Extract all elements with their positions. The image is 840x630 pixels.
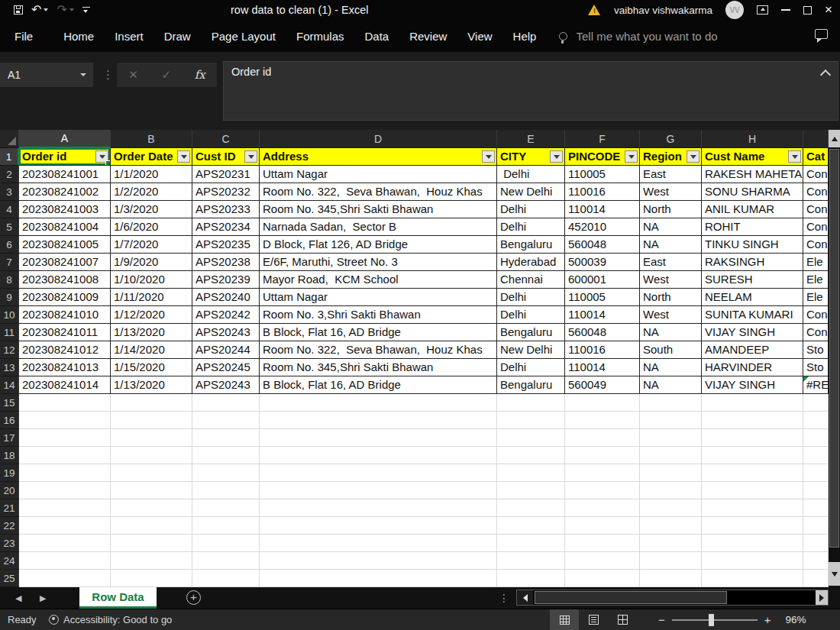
cell-I4[interactable]: Con	[803, 201, 829, 218]
avatar[interactable]: VV	[725, 1, 744, 19]
cell-C11[interactable]: APS20243	[192, 324, 260, 341]
cell-G1[interactable]: Region	[640, 148, 702, 166]
cell-I18[interactable]	[803, 447, 829, 464]
cell-F17[interactable]	[565, 429, 640, 447]
cell-F5[interactable]: 452010	[565, 218, 640, 236]
cell-E4[interactable]: Delhi	[497, 201, 565, 218]
vertical-scrollbar-thumb[interactable]	[829, 149, 839, 548]
cell-D20[interactable]	[260, 482, 497, 499]
cell-G22[interactable]	[640, 517, 702, 535]
cell-I21[interactable]	[803, 499, 829, 517]
cell-D12[interactable]: Room No. 322, Seva Bhawan, Houz Khas	[260, 341, 497, 359]
row-header-11[interactable]: 11	[0, 324, 19, 341]
cell-F6[interactable]: 560048	[565, 236, 640, 254]
column-header-C[interactable]: C	[192, 130, 260, 148]
cell-I15[interactable]	[803, 394, 829, 412]
cell-H9[interactable]: NEELAM	[702, 289, 803, 306]
account-name[interactable]: vaibhav vishwakarma	[614, 5, 712, 16]
zoom-out-button[interactable]: −	[658, 613, 665, 626]
cell-B23[interactable]	[111, 535, 192, 552]
filter-button-B[interactable]	[177, 150, 190, 163]
cell-A23[interactable]	[19, 535, 111, 552]
cell-C19[interactable]	[192, 464, 260, 482]
cell-A9[interactable]: 202308241009	[19, 289, 111, 306]
cell-C12[interactable]: APS20244	[192, 341, 260, 359]
cell-B2[interactable]: 1/1/2020	[111, 166, 192, 183]
filter-button-H[interactable]	[788, 150, 801, 163]
ribbon-tab-view[interactable]: View	[467, 30, 492, 43]
cell-F11[interactable]: 560048	[565, 324, 640, 341]
normal-view-button[interactable]	[550, 609, 579, 630]
cell-H3[interactable]: SONU SHARMA	[702, 183, 803, 201]
tell-me-box[interactable]: Tell me what you want to do	[559, 30, 717, 43]
cell-E14[interactable]: Bengaluru	[497, 376, 565, 394]
cell-B14[interactable]: 1/13/2020	[111, 376, 192, 394]
cell-G18[interactable]	[640, 447, 702, 464]
column-header-A[interactable]: A	[19, 130, 111, 148]
cell-F12[interactable]: 110016	[565, 341, 640, 359]
row-header-25[interactable]: 25	[0, 570, 19, 587]
cell-F2[interactable]: 110005	[565, 166, 640, 183]
cell-A5[interactable]: 202308241004	[19, 218, 111, 236]
cell-D6[interactable]: D Block, Flat 126, AD Bridge	[260, 236, 497, 254]
sheet-tab-row-data[interactable]: Row Data	[79, 587, 157, 609]
cell-B1[interactable]: Order Date	[111, 148, 192, 166]
cell-I16[interactable]	[803, 412, 829, 429]
cell-A24[interactable]	[19, 552, 111, 570]
cell-I14[interactable]: #RE	[803, 376, 829, 394]
cell-G13[interactable]: NA	[640, 359, 702, 376]
cell-B12[interactable]: 1/14/2020	[111, 341, 192, 359]
customize-quick-access-toolbar-icon[interactable]	[82, 7, 90, 14]
cell-I23[interactable]	[803, 535, 829, 552]
cell-E24[interactable]	[497, 552, 565, 570]
cell-B9[interactable]: 1/11/2020	[111, 289, 192, 306]
cell-E15[interactable]	[497, 394, 565, 412]
cell-H25[interactable]	[702, 570, 803, 587]
cell-C15[interactable]	[192, 394, 260, 412]
cell-F18[interactable]	[565, 447, 640, 464]
cell-I2[interactable]: Con	[803, 166, 829, 183]
cell-C10[interactable]: APS20242	[192, 306, 260, 324]
cell-C6[interactable]: APS20235	[192, 236, 260, 254]
cell-D19[interactable]	[260, 464, 497, 482]
cell-D10[interactable]: Room No. 3,Shri Sakti Bhawan	[260, 306, 497, 324]
cell-C14[interactable]: APS20243	[192, 376, 260, 394]
cell-I10[interactable]: Con	[803, 306, 829, 324]
cell-F1[interactable]: PINCODE	[565, 148, 640, 166]
row-header-17[interactable]: 17	[0, 429, 19, 447]
zoom-in-button[interactable]: +	[764, 613, 771, 626]
ribbon-tab-help[interactable]: Help	[513, 30, 537, 43]
cell-E11[interactable]: Bengaluru	[497, 324, 565, 341]
cell-A15[interactable]	[19, 394, 111, 412]
cell-G12[interactable]: South	[640, 341, 702, 359]
cell-G20[interactable]	[640, 482, 702, 499]
cell-E3[interactable]: New Delhi	[497, 183, 565, 201]
row-header-22[interactable]: 22	[0, 517, 19, 535]
row-header-7[interactable]: 7	[0, 254, 19, 271]
cell-F8[interactable]: 600001	[565, 271, 640, 289]
cell-H15[interactable]	[702, 394, 803, 412]
cell-F7[interactable]: 500039	[565, 254, 640, 271]
cell-C9[interactable]: APS20240	[192, 289, 260, 306]
cell-G25[interactable]	[640, 570, 702, 587]
cell-I20[interactable]	[803, 482, 829, 499]
undo-button[interactable]: ↶	[31, 4, 48, 16]
zoom-slider-thumb[interactable]	[709, 614, 714, 626]
cell-H18[interactable]	[702, 447, 803, 464]
undo-dropdown-icon[interactable]	[44, 8, 48, 11]
cell-D13[interactable]: Room No. 345,Shri Sakti Bhawan	[260, 359, 497, 376]
row-header-21[interactable]: 21	[0, 499, 19, 517]
cell-I8[interactable]: Ele	[803, 271, 829, 289]
cell-H8[interactable]: SURESH	[702, 271, 803, 289]
cell-D9[interactable]: Uttam Nagar	[260, 289, 497, 306]
cell-I7[interactable]: Ele	[803, 254, 829, 271]
cell-A21[interactable]	[19, 499, 111, 517]
cell-B21[interactable]	[111, 499, 192, 517]
ribbon-tab-draw[interactable]: Draw	[164, 30, 191, 43]
minimize-button[interactable]	[781, 9, 790, 11]
filter-button-E[interactable]	[550, 150, 563, 163]
new-sheet-button[interactable]: +	[186, 590, 201, 605]
close-button[interactable]: ×	[825, 0, 832, 20]
cell-B19[interactable]	[111, 464, 192, 482]
cell-B22[interactable]	[111, 517, 192, 535]
